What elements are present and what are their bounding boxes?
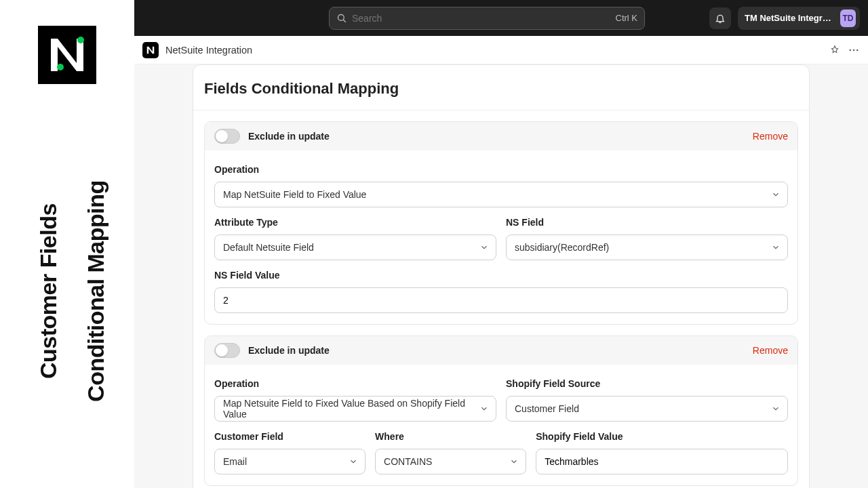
attribute-type-select[interactable]: Default Netsuite Field <box>214 235 496 260</box>
remove-button[interactable]: Remove <box>753 345 788 356</box>
chevron-down-icon <box>771 404 781 413</box>
svg-point-2 <box>338 15 344 21</box>
chevron-down-icon <box>349 457 358 466</box>
org-avatar: TD <box>840 9 856 27</box>
app-icon <box>142 42 159 58</box>
rule-card: Exclude in update Remove Operation Map N… <box>204 121 798 325</box>
shopify-field-value-input-wrap[interactable] <box>536 449 788 474</box>
promo-title-line1: Customer Fields <box>35 203 62 379</box>
chevron-down-icon <box>479 404 489 413</box>
operation-label: Operation <box>214 164 788 175</box>
exclude-toggle[interactable] <box>214 343 240 358</box>
where-select[interactable]: CONTAINS <box>375 449 526 474</box>
where-label: Where <box>375 431 526 442</box>
rule-card: Exclude in update Remove Operation Map N… <box>204 336 798 486</box>
chevron-down-icon <box>509 457 519 466</box>
app-shell: Ctrl K TM NetSuite Integratio… TD NetSui… <box>134 0 868 488</box>
breadcrumb-title: NetSuite Integration <box>165 45 252 56</box>
org-label: TM NetSuite Integratio… <box>745 13 835 23</box>
shopify-field-value-input[interactable] <box>545 449 763 474</box>
svg-point-1 <box>57 64 64 70</box>
search-input-wrap[interactable]: Ctrl K <box>329 7 645 30</box>
notifications-button[interactable] <box>709 7 731 29</box>
exclude-toggle[interactable] <box>214 129 240 144</box>
svg-line-3 <box>343 20 345 22</box>
brand-n-icon <box>45 33 89 77</box>
svg-point-4 <box>849 49 851 51</box>
search-input[interactable] <box>352 13 610 24</box>
chevron-down-icon <box>479 243 489 252</box>
remove-button[interactable]: Remove <box>753 131 788 142</box>
shopify-source-select[interactable]: Customer Field <box>506 396 788 422</box>
svg-point-0 <box>77 37 84 43</box>
operation-value: Map NetSuite Field to Fixed Value <box>223 189 366 200</box>
shopify-source-value: Customer Field <box>515 403 579 414</box>
rule-header: Exclude in update Remove <box>205 336 797 365</box>
ns-field-value-input[interactable] <box>223 288 763 312</box>
ns-field-value-label: NS Field Value <box>214 270 788 281</box>
shopify-source-label: Shopify Field Source <box>506 378 788 389</box>
attribute-type-label: Attribute Type <box>214 217 496 228</box>
operation-value: Map Netsuite Field to Fixed Value Based … <box>223 398 471 420</box>
customer-field-select[interactable]: Email <box>214 449 366 474</box>
bell-icon <box>715 13 726 24</box>
brand-logo <box>38 26 96 84</box>
ns-field-label: NS Field <box>506 217 788 228</box>
page-title: Fields Conditional Mapping <box>204 80 798 98</box>
search-icon <box>336 13 347 23</box>
breadcrumb: NetSuite Integration <box>134 36 868 64</box>
promo-title-line2: Conditional Mapping <box>83 180 109 402</box>
chevron-down-icon <box>771 190 781 199</box>
org-switcher[interactable]: TM NetSuite Integratio… TD <box>738 7 860 30</box>
ns-field-value-input-wrap[interactable] <box>214 287 788 313</box>
search-shortcut: Ctrl K <box>616 13 638 23</box>
ns-field-value: subsidiary(RecordRef) <box>515 242 609 253</box>
exclude-toggle-label: Exclude in update <box>248 131 330 142</box>
svg-point-6 <box>856 49 859 51</box>
shopify-field-value-label: Shopify Field Value <box>536 431 788 442</box>
exclude-toggle-label: Exclude in update <box>248 345 330 356</box>
rule-header: Exclude in update Remove <box>205 122 797 150</box>
chevron-down-icon <box>771 243 781 252</box>
page-card: Fields Conditional Mapping Exclude in up… <box>193 64 810 488</box>
more-icon[interactable] <box>848 44 860 56</box>
operation-select[interactable]: Map Netsuite Field to Fixed Value Based … <box>214 396 496 422</box>
ns-field-select[interactable]: subsidiary(RecordRef) <box>506 235 788 260</box>
where-value: CONTAINS <box>384 456 432 467</box>
customer-field-value: Email <box>223 456 247 467</box>
pin-icon[interactable] <box>829 44 841 56</box>
attribute-type-value: Default Netsuite Field <box>223 242 314 253</box>
topbar: Ctrl K TM NetSuite Integratio… TD <box>134 0 868 36</box>
promo-sidebar: Customer Fields Conditional Mapping <box>0 0 134 488</box>
operation-label: Operation <box>214 378 496 389</box>
customer-field-label: Customer Field <box>214 431 366 442</box>
operation-select[interactable]: Map NetSuite Field to Fixed Value <box>214 182 788 207</box>
svg-point-5 <box>853 49 855 51</box>
